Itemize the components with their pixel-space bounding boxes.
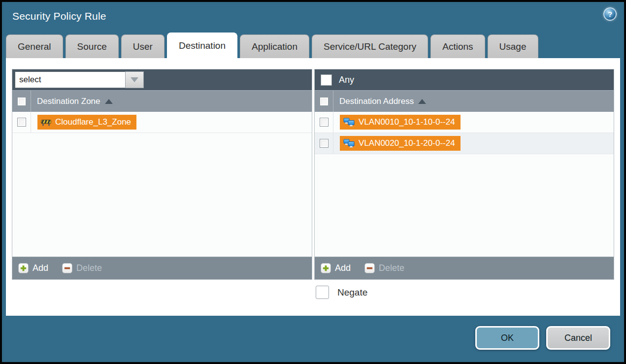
address-select-all-checkbox[interactable] bbox=[320, 97, 329, 106]
tab-bar: General Source User Destination Applicat… bbox=[6, 33, 538, 58]
zone-icon bbox=[41, 118, 51, 127]
negate-option: Negate bbox=[316, 286, 367, 299]
address-name: VLAN0020_10-1-20-0--24 bbox=[359, 138, 455, 148]
negate-checkbox[interactable] bbox=[316, 286, 329, 299]
any-checkbox[interactable] bbox=[321, 74, 332, 86]
negate-label: Negate bbox=[337, 287, 367, 298]
destination-tab-content: Destination Zone bbox=[6, 58, 620, 316]
dialog-action-buttons: OK Cancel bbox=[475, 326, 610, 350]
any-label: Any bbox=[339, 75, 354, 85]
zone-delete-button[interactable]: Delete bbox=[62, 263, 102, 273]
zone-panel-footer: Add Delete bbox=[12, 257, 312, 279]
tab-application[interactable]: Application bbox=[240, 34, 309, 58]
address-panel-header: Any bbox=[315, 69, 614, 90]
zone-select-combo bbox=[15, 71, 144, 88]
tab-general[interactable]: General bbox=[6, 34, 63, 58]
address-column-header: Destination Address bbox=[315, 90, 614, 112]
delete-minus-icon bbox=[364, 263, 375, 273]
address-delete-button[interactable]: Delete bbox=[364, 263, 404, 273]
zone-name: Cloudflare_L3_Zone bbox=[55, 117, 131, 127]
add-plus-icon bbox=[321, 263, 331, 273]
tab-user[interactable]: User bbox=[121, 34, 165, 58]
tab-source[interactable]: Source bbox=[66, 34, 119, 58]
zone-row: Cloudflare_L3_Zone bbox=[12, 112, 312, 133]
tab-usage[interactable]: Usage bbox=[488, 34, 538, 58]
zone-list: Cloudflare_L3_Zone bbox=[12, 112, 312, 257]
sort-ascending-icon[interactable] bbox=[418, 99, 426, 104]
help-icon[interactable]: ? bbox=[603, 7, 617, 21]
add-plus-icon bbox=[18, 263, 29, 273]
address-row: VLAN0020_10-1-20-0--24 bbox=[315, 133, 614, 154]
chevron-down-icon bbox=[131, 77, 138, 82]
zone-row-checkbox[interactable] bbox=[17, 118, 26, 127]
dialog-window: Security Policy Rule ? General Source Us… bbox=[2, 2, 624, 362]
address-icon bbox=[343, 139, 355, 148]
address-chip[interactable]: VLAN0010_10-1-10-0--24 bbox=[340, 115, 461, 130]
zone-select-all-checkbox[interactable] bbox=[17, 97, 26, 106]
zone-select-input[interactable] bbox=[15, 71, 125, 88]
address-add-button[interactable]: Add bbox=[321, 263, 351, 273]
address-row-checkbox[interactable] bbox=[320, 139, 329, 148]
address-icon bbox=[343, 118, 355, 127]
address-list: VLAN0010_10-1-10-0--24 bbox=[315, 112, 614, 257]
address-row-checkbox[interactable] bbox=[320, 118, 329, 127]
zone-chip[interactable]: Cloudflare_L3_Zone bbox=[37, 115, 136, 130]
security-policy-rule-dialog: Security Policy Rule ? General Source Us… bbox=[0, 0, 626, 364]
delete-minus-icon bbox=[62, 263, 72, 273]
cancel-button[interactable]: Cancel bbox=[546, 326, 610, 350]
zone-panel-header bbox=[12, 69, 312, 90]
tab-actions[interactable]: Actions bbox=[430, 34, 485, 58]
zone-add-button[interactable]: Add bbox=[18, 263, 48, 273]
sort-ascending-icon[interactable] bbox=[105, 99, 113, 104]
tab-destination[interactable]: Destination bbox=[167, 33, 237, 58]
address-panel-footer: Add Delete bbox=[315, 257, 614, 279]
tab-service-url-category[interactable]: Service/URL Category bbox=[312, 34, 428, 58]
address-name: VLAN0010_10-1-10-0--24 bbox=[359, 117, 455, 127]
ok-button[interactable]: OK bbox=[475, 326, 539, 350]
destination-zone-panel: Destination Zone bbox=[12, 69, 312, 280]
dialog-title: Security Policy Rule bbox=[12, 10, 106, 22]
address-column-title[interactable]: Destination Address bbox=[339, 97, 414, 106]
destination-address-panel: Any Destination Address bbox=[314, 69, 614, 280]
zone-column-title[interactable]: Destination Zone bbox=[37, 97, 100, 106]
address-row: VLAN0010_10-1-10-0--24 bbox=[315, 112, 614, 133]
zone-select-dropdown-button[interactable] bbox=[125, 71, 144, 88]
address-chip[interactable]: VLAN0020_10-1-20-0--24 bbox=[340, 136, 461, 151]
zone-column-header: Destination Zone bbox=[12, 90, 312, 112]
